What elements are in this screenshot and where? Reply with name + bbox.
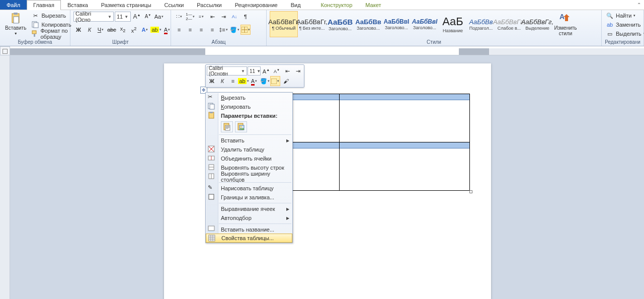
numbering-button[interactable]: 1—2—▾ [185,12,195,22]
style-item-1[interactable]: АаБбВвГг,¶ Без инте... [298,11,326,37]
align-center-button[interactable]: ≡ [185,25,195,35]
format-painter-button[interactable]: Формат по образцу [30,29,72,38]
ctx-delete-table[interactable]: Удалить таблицу [206,145,292,154]
ctx-merge-cells[interactable]: Объединить ячейки [206,154,292,163]
styles-gallery[interactable]: АаБбВвГг,¶ ОбычныйАаБбВвГг,¶ Без инте...… [270,11,551,37]
svg-rect-2 [14,17,19,23]
font-size-combo[interactable]: 11▼ [115,12,131,22]
tab-view[interactable]: Вид [284,0,307,10]
replace-button[interactable]: ab Заменить [605,20,644,29]
tab-design[interactable]: Конструктор [314,0,359,10]
mini-inc-indent[interactable]: ⇥ [293,66,303,76]
style-item-9[interactable]: АаБбВвГг,Выделение [523,11,551,37]
text-effects-button[interactable]: A▾ [140,25,150,35]
bullets-button[interactable]: ∷▾ [174,12,184,22]
tab-home[interactable]: Главная [27,0,61,10]
ribbon-collapse-icon[interactable]: ⌃ [637,2,641,8]
mini-dec-indent[interactable]: ⇤ [282,66,292,76]
italic-button[interactable]: К [85,25,95,35]
table-cell[interactable] [339,142,470,191]
font-name-combo[interactable]: Calibri (Осно▼ [73,12,114,22]
highlight-icon: ab [238,78,246,84]
ctx-cell-alignment[interactable]: Выравнивание ячеек▶ [206,204,292,213]
tab-table-layout[interactable]: Макет [359,0,387,10]
ctx-draw-table[interactable]: ✎ Нарисовать таблицу [206,184,292,193]
underline-button[interactable]: Ч▾ [96,25,106,35]
mini-bold[interactable]: Ж [207,76,217,86]
grow-font-button[interactable]: A▲ [132,12,142,22]
mini-italic[interactable]: К [217,76,227,86]
mini-highlight[interactable]: ab▾ [238,76,249,86]
strikethrough-button[interactable]: abc [107,25,117,35]
style-item-4[interactable]: АаБбВвІЗаголово... [382,11,411,37]
mini-font-color[interactable]: A▾ [249,76,259,86]
paste-button[interactable]: Вставить ▼ [3,11,28,36]
tab-page-layout[interactable]: Разметка страницы [95,0,158,10]
ruler-corner [0,46,10,55]
style-item-7[interactable]: АаБбВвПодзагол... [467,11,495,37]
ctx-table-properties[interactable]: Свойства таблицы... [206,234,292,243]
text-effects-icon: A [142,27,146,33]
tab-references[interactable]: Ссылки [158,0,191,10]
ctx-paste-picture[interactable] [235,121,247,132]
tab-mailings[interactable]: Рассылки [190,0,228,10]
superscript-button[interactable]: x2 [129,25,139,35]
ctx-insert[interactable]: Вставить▶ [206,136,292,145]
mini-size-combo[interactable]: 11▼ [248,66,261,76]
style-label: Заголово... [355,26,381,31]
table-cell[interactable] [339,94,470,142]
cut-button[interactable]: ✂ Вырезать [30,11,72,20]
ctx-paste-keep-formatting[interactable] [221,121,233,132]
mini-shading[interactable]: 🪣▾ [260,76,270,86]
style-item-5[interactable]: АаБбВвІЗаголово... [411,11,439,37]
align-right-button[interactable]: ≡ [196,25,206,35]
style-item-8[interactable]: АаБбВвГг,Слабое в... [495,11,523,37]
multilevel-button[interactable]: ≡▾ [196,12,206,22]
increase-indent-button[interactable]: ⇥ [218,12,228,22]
change-case-button[interactable]: Aa▾ [154,12,164,22]
mini-borders[interactable]: ▾ [270,76,280,86]
style-item-2[interactable]: АаБбВЗаголово... [326,11,354,37]
align-left-button[interactable]: ≡ [174,25,184,35]
style-item-3[interactable]: АаБбВвЗаголово... [354,11,382,37]
tab-insert[interactable]: Вставка [61,0,95,10]
style-item-0[interactable]: АаБбВвГг,¶ Обычный [270,11,298,37]
mini-font-combo[interactable]: Calibri (Основн▼ [207,66,247,76]
shading-button[interactable]: 🪣▾ [229,25,239,35]
horizontal-ruler[interactable] [10,48,644,55]
vertical-ruler[interactable] [0,55,10,299]
mini-center[interactable]: ≡ [228,76,238,86]
line-spacing-button[interactable]: ‡≡▾ [218,25,228,35]
svg-rect-6 [34,34,35,37]
find-button[interactable]: 🔍 Найти▾ [605,11,644,20]
table-resize-handle[interactable] [469,190,472,193]
borders-button[interactable]: ▾ [240,25,251,35]
shrink-font-button[interactable]: A▼ [143,12,153,22]
ctx-copy[interactable]: Копировать [206,102,292,111]
font-color-button[interactable]: A▾ [162,25,172,35]
ctx-cut[interactable]: ✂ Вырезать [206,93,292,102]
ctx-distribute-cols[interactable]: Выровнять ширину столбцов [206,172,292,181]
tab-review[interactable]: Рецензирование [228,0,284,10]
subscript-button[interactable]: x2 [118,25,128,35]
paste-icon [208,112,216,120]
style-preview: АаБ [442,15,463,28]
mini-shrink-font[interactable]: A▼ [272,66,282,76]
decrease-indent-button[interactable]: ⇤ [207,12,217,22]
justify-button[interactable]: ≡ [207,25,217,35]
mini-format-painter[interactable]: 🖌 [281,76,291,86]
select-button[interactable]: ▭ Выделить▾ [605,29,644,38]
mini-grow-font[interactable]: A▲ [261,66,271,76]
sort-button[interactable]: A↓ [229,12,239,22]
ctx-autofit[interactable]: Автоподбор▶ [206,213,292,222]
ctx-borders-shading[interactable]: Границы и заливка... [206,193,292,202]
bullets-icon: ∷ [176,14,180,20]
change-styles-button[interactable]: A Изменить стили [553,11,578,37]
document-workspace[interactable]: ✥ [10,55,644,299]
show-marks-button[interactable]: ¶ [240,12,251,22]
ctx-insert-caption[interactable]: Вставить название... [206,225,292,234]
highlight-button[interactable]: ab▾ [151,25,161,35]
tab-file[interactable]: Файл [0,0,27,10]
style-item-6[interactable]: АаБНазвание [439,11,467,37]
bold-button[interactable]: Ж [73,25,84,35]
